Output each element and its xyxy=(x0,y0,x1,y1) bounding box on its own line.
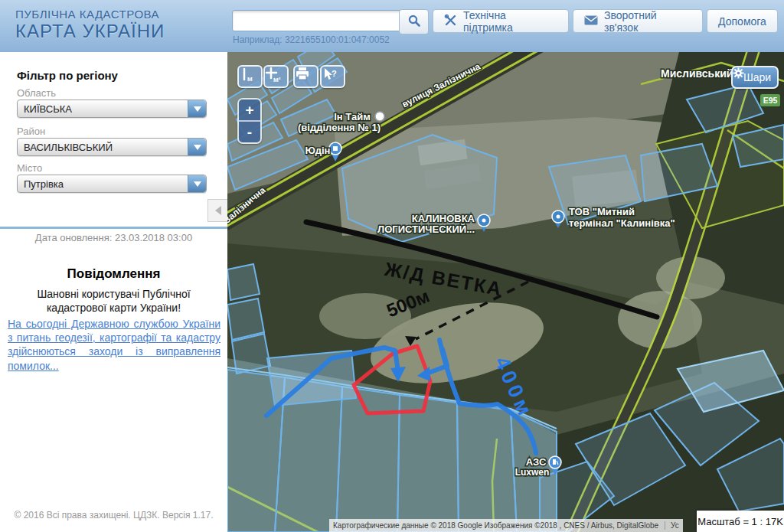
zoom-out-button[interactable]: - xyxy=(239,122,260,142)
site-logo: ПУБЛІЧНА КАДАСТРОВА КАРТА УКРАЇНИ xyxy=(15,8,165,41)
city-value: Путрівка xyxy=(18,178,188,190)
map-canvas[interactable]: Ж/Д ВЕТКА 500м 400м xyxy=(227,52,784,532)
chevron-down-icon[interactable] xyxy=(188,100,206,117)
label-azs-2: Luxwen xyxy=(515,467,550,478)
district-value: ВАСИЛЬКІВСЬКИЙ xyxy=(18,142,188,153)
sidebar-collapse-button[interactable] xyxy=(207,199,228,222)
region-select[interactable]: КИЇВСЬКА xyxy=(17,100,207,118)
print-button[interactable] xyxy=(293,65,318,88)
label-tov-2: термінал "Калинівка" xyxy=(569,217,675,229)
copyright-text: © 2016 Всі права захищені. ЦДЗК. Версія … xyxy=(0,510,227,521)
filter-title: Фільтр по регіону xyxy=(17,69,118,82)
search-example-hint: Наприклад: 3221655100:01:047:0052 xyxy=(233,34,390,45)
label-yudin: Юдін xyxy=(305,145,331,156)
message-greeting: Шановні користувачі Публічної кадастрово… xyxy=(8,288,220,315)
identify-button[interactable]: ? xyxy=(320,65,345,88)
identify-question-label: ? xyxy=(332,69,337,78)
message-link[interactable]: На сьогодні Державною службою України з … xyxy=(8,317,220,373)
logo-line1: ПУБЛІЧНА КАДАСТРОВА xyxy=(15,8,165,21)
route-badge-e95: Е95 xyxy=(760,94,780,106)
layers-button[interactable]: Шари xyxy=(731,66,779,89)
tools-icon xyxy=(444,14,457,29)
region-value: КИЇВСЬКА xyxy=(18,103,188,115)
label-intime-1: Ін Тайм xyxy=(334,111,371,122)
label-tov-1: ТОВ "Митний xyxy=(569,206,635,217)
map-graphics: Ж/Д ВЕТКА 500м 400м xyxy=(227,52,784,532)
measure-m-label: М xyxy=(247,76,253,83)
scale-text: Масштаб = 1 : 17K xyxy=(697,516,783,527)
chevron-down-icon[interactable] xyxy=(188,175,206,192)
update-date-text: Дата оновлення: 23.03.2018 03:00 xyxy=(0,232,227,243)
svg-text:Е95: Е95 xyxy=(763,96,778,105)
help-label: Допомога xyxy=(718,15,766,28)
measure-area-button[interactable]: М² xyxy=(263,65,289,88)
measure-length-button[interactable]: М xyxy=(237,65,263,88)
chevron-down-icon[interactable] xyxy=(188,139,206,155)
zoom-in-button[interactable]: + xyxy=(239,100,260,122)
layers-label: Шари xyxy=(743,71,771,83)
label-kalynovka-1: КАЛИНОВКА xyxy=(412,213,475,224)
label-intime-2: (відділення № 1) xyxy=(298,122,381,133)
app-window: ПУБЛІЧНА КАДАСТРОВА КАРТА УКРАЇНИ Наприк… xyxy=(0,0,784,532)
tech-support-label: Технічна підтримка xyxy=(463,9,557,34)
feedback-label: Зворотний зв'язок xyxy=(604,9,691,34)
zoom-control: + - xyxy=(237,98,262,144)
search-icon xyxy=(407,14,421,31)
city-select[interactable]: Путрівка xyxy=(17,175,207,193)
search-input[interactable] xyxy=(232,10,403,31)
label-kalynovka-2: ЛОГИСТИЧЕСКИЙ... xyxy=(377,224,475,235)
map-attribution: Картографические данные © 2018 Google Из… xyxy=(329,519,683,532)
scale-indicator: Масштаб = 1 : 17K xyxy=(697,511,784,532)
region-label: Область xyxy=(17,87,56,99)
search-button[interactable] xyxy=(399,9,429,34)
sidebar-divider xyxy=(0,227,227,229)
chevron-left-icon xyxy=(215,206,221,215)
help-button[interactable]: Допомога xyxy=(707,9,778,33)
feedback-button[interactable]: Зворотний зв'язок xyxy=(573,9,703,33)
city-label: Місто xyxy=(17,162,42,174)
intime-marker[interactable] xyxy=(375,112,384,121)
message-title: Повідомлення xyxy=(0,266,227,282)
sidebar-panel: Фільтр по регіону Область КИЇВСЬКА Район… xyxy=(0,52,227,532)
envelope-icon xyxy=(584,15,598,28)
header-bar: ПУБЛІЧНА КАДАСТРОВА КАРТА УКРАЇНИ Наприк… xyxy=(0,0,784,53)
district-label: Район xyxy=(17,126,45,137)
measure-m2-label: М² xyxy=(273,77,281,83)
label-azs-1: АЗС xyxy=(526,456,547,468)
logo-line2: КАРТА УКРАЇНИ xyxy=(15,21,165,41)
attribution-text: Картографические данные © 2018 Google Из… xyxy=(333,521,658,530)
district-select[interactable]: ВАСИЛЬКІВСЬКИЙ xyxy=(17,138,207,156)
terms-link[interactable]: Ус xyxy=(665,521,679,530)
tech-support-button[interactable]: Технічна підтримка xyxy=(433,9,569,33)
label-myslyvskyi: Мисливський xyxy=(661,67,733,80)
